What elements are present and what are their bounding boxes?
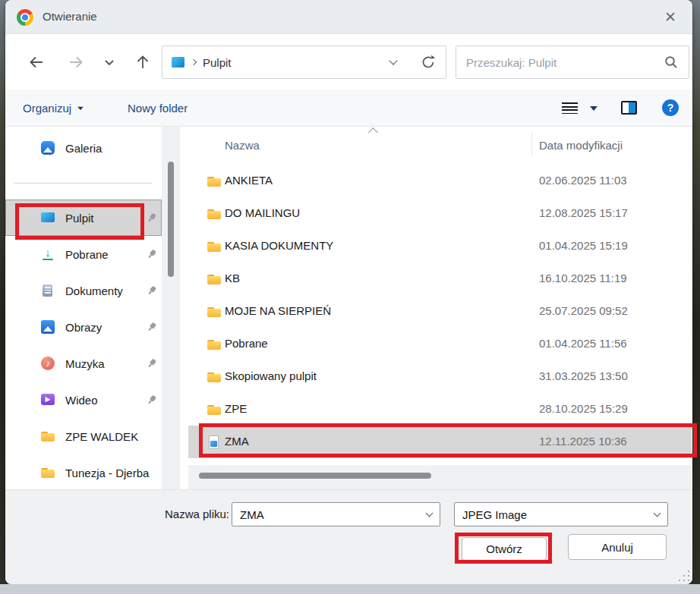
sidebar-item-label: Tunezja - Djerba (65, 467, 149, 479)
folder-icon (207, 272, 222, 287)
sidebar-item[interactable]: ZPE WALDEK (5, 418, 162, 454)
file-name: KB (225, 272, 240, 284)
organize-button[interactable]: Organizuj (23, 90, 84, 127)
column-divider[interactable] (531, 133, 532, 156)
dialog-footer: Nazwa pliku: JPEG Image Otwórz Anuluj (5, 489, 692, 584)
file-name: Skopiowany pulpit (225, 369, 317, 382)
dialog-body: Galeria Pulpit Pobrane (5, 127, 692, 489)
file-row[interactable]: ZMA 12.11.2025 10:36 (188, 426, 692, 458)
file-modified-date: 16.10.2025 11:19 (539, 272, 627, 284)
filename-input[interactable] (240, 508, 427, 521)
file-name: DO MAILINGU (225, 206, 300, 219)
sidebar-scrollbar-thumb[interactable] (168, 162, 174, 277)
new-folder-button[interactable]: Nowy folder (128, 90, 188, 127)
file-row[interactable]: Skopiowany pulpit 31.03.2025 13:50 (188, 360, 692, 393)
column-header-modified[interactable]: Data modyfikacji (539, 139, 623, 152)
sidebar-item[interactable]: Tunezja - Djerba (5, 454, 162, 489)
file-row[interactable]: MOJE NA SIERPIEŃ 25.07.2025 09:52 (188, 295, 692, 328)
file-modified-date: 02.06.2025 11:03 (539, 174, 627, 187)
forward-icon[interactable] (66, 52, 86, 72)
up-icon[interactable] (133, 52, 153, 72)
sidebar-item-label: Muzyka (65, 357, 105, 370)
recent-locations-chevron-icon[interactable] (99, 52, 119, 72)
file-row[interactable]: KASIA DOKUMENTY 01.04.2025 15:19 (188, 230, 692, 262)
sidebar-item-label: ZPE WALDEK (65, 430, 138, 443)
help-icon[interactable]: ? (662, 99, 679, 116)
file-name: ZMA (225, 435, 249, 448)
file-modified-date: 28.10.2025 15:29 (539, 402, 628, 415)
resize-grip[interactable] (683, 575, 685, 577)
back-icon[interactable] (27, 52, 46, 72)
file-modified-date: 01.04.2025 15:19 (539, 239, 628, 252)
sidebar-item[interactable]: Wideo (5, 382, 162, 418)
pictures-icon (40, 319, 55, 335)
file-list: Nazwa Data modyfikacji ANKIETA 02.06.202… (188, 127, 692, 489)
breadcrumb[interactable]: Pulpit (203, 56, 383, 69)
filetype-combobox[interactable]: JPEG Image (454, 502, 668, 526)
file-row[interactable]: DO MAILINGU 12.08.2025 15:17 (188, 197, 692, 230)
file-rows: ANKIETA 02.06.2025 11:03 DO MAILINGU 12.… (188, 165, 692, 458)
folder-icon (207, 206, 222, 222)
file-row[interactable]: Pobrane 01.04.2025 11:56 (188, 328, 692, 360)
navigation-bar: Pulpit (5, 34, 692, 90)
desktop-icon (40, 210, 55, 225)
file-row[interactable]: ANKIETA 02.06.2025 11:03 (188, 165, 692, 197)
filename-combobox[interactable] (232, 502, 440, 526)
sidebar-scrollbar-track[interactable] (162, 127, 180, 489)
sidebar-item[interactable]: Galeria (5, 130, 162, 166)
file-modified-date: 12.08.2025 15:17 (539, 206, 628, 219)
window-title: Otwieranie (43, 10, 97, 23)
folder-icon (207, 337, 222, 352)
search-icon[interactable] (664, 55, 679, 70)
cancel-button[interactable]: Anuluj (568, 534, 667, 560)
view-mode-icon[interactable] (562, 102, 578, 114)
sidebar-item[interactable]: Muzyka (5, 345, 162, 382)
chevron-down-icon[interactable] (426, 510, 434, 517)
pin-icon[interactable] (144, 247, 159, 262)
folder-icon (40, 429, 55, 444)
organize-label: Organizuj (23, 102, 71, 115)
address-bar[interactable]: Pulpit (162, 46, 446, 79)
screen: Otwieranie ✕ Pulpit Organiz (0, 0, 700, 594)
open-file-dialog: Otwieranie ✕ Pulpit Organiz (5, 0, 692, 584)
chevron-down-icon (77, 106, 84, 110)
folder-icon (40, 465, 55, 480)
sidebar-gutter (180, 127, 188, 489)
pin-icon[interactable] (144, 210, 159, 225)
file-modified-date: 25.07.2025 09:52 (539, 304, 628, 317)
preview-pane-icon[interactable] (621, 101, 637, 115)
sidebar-item[interactable]: Obrazy (5, 309, 162, 345)
sidebar-item-label: Pulpit (65, 212, 94, 225)
pin-icon[interactable] (144, 283, 159, 298)
sort-ascending-icon[interactable] (368, 127, 378, 137)
refresh-icon[interactable] (420, 54, 437, 71)
close-icon[interactable]: ✕ (661, 8, 680, 27)
videos-icon (40, 392, 55, 407)
file-modified-date: 01.04.2025 11:56 (539, 337, 627, 350)
file-row[interactable]: KB 16.10.2025 11:19 (188, 262, 692, 295)
chevron-down-icon[interactable] (654, 510, 661, 517)
sidebar-item[interactable]: Pulpit (5, 200, 162, 236)
window-titlebar[interactable]: Otwieranie ✕ (5, 0, 692, 34)
open-button[interactable]: Otwórz (462, 537, 547, 561)
sidebar-item[interactable]: Dokumenty (5, 272, 162, 309)
pin-icon[interactable] (144, 356, 159, 371)
folder-icon (207, 174, 222, 189)
horizontal-scrollbar-thumb[interactable] (199, 473, 431, 479)
horizontal-scrollbar-track[interactable] (188, 465, 692, 489)
address-dropdown-icon[interactable] (389, 56, 397, 64)
file-name: ANKIETA (225, 174, 273, 187)
file-row[interactable]: ZPE 28.10.2025 15:29 (188, 393, 692, 426)
column-header-name[interactable]: Nazwa (225, 139, 260, 152)
new-folder-label: Nowy folder (128, 102, 188, 115)
sidebar-item-label: Dokumenty (65, 284, 123, 297)
desktop-strip (0, 584, 700, 594)
sidebar-item[interactable]: Pobrane (5, 236, 162, 272)
view-mode-chevron-icon[interactable] (590, 106, 598, 111)
search-input[interactable] (466, 56, 664, 69)
folder-icon (207, 239, 222, 254)
chrome-logo-icon (17, 9, 33, 26)
pin-icon[interactable] (144, 392, 159, 407)
pin-icon[interactable] (144, 319, 159, 335)
breadcrumb-chevron-icon (191, 59, 197, 65)
